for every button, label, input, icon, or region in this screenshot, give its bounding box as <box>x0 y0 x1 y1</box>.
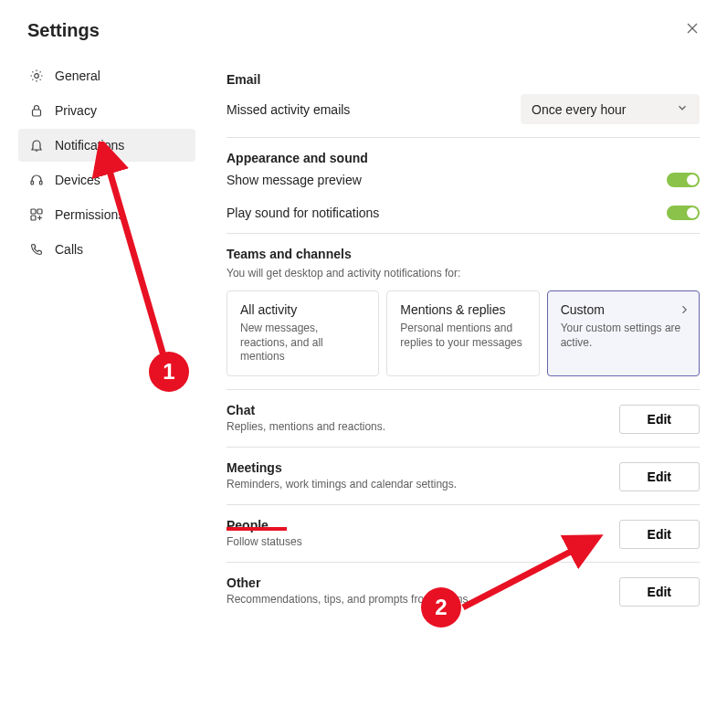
content: Email Missed activity emails Once every … <box>195 50 727 619</box>
apps-icon <box>27 206 46 224</box>
page-title: Settings <box>27 20 100 41</box>
card-sub: Personal mentions and replies to your me… <box>400 322 525 350</box>
section-email: Email Missed activity emails Once every … <box>227 59 700 138</box>
row-preview: Show message preview <box>227 173 700 187</box>
card-title: Custom <box>561 302 686 317</box>
section-title: Other <box>227 575 619 590</box>
section-other: Other Recommendations, tips, and prompts… <box>227 563 700 619</box>
section-chat: Chat Replies, mentions and reactions. Ed… <box>227 390 700 448</box>
card-all-activity[interactable]: All activity New messages, reactions, an… <box>227 290 379 376</box>
bell-icon <box>27 136 46 154</box>
chevron-down-icon <box>676 101 689 117</box>
section-people: People Follow statuses Edit <box>227 505 700 563</box>
section-title: Email <box>227 72 700 87</box>
close-icon[interactable] <box>685 21 700 40</box>
cards-row: All activity New messages, reactions, an… <box>227 290 700 376</box>
other-edit-button[interactable]: Edit <box>619 577 700 607</box>
select-value: Once every hour <box>532 102 627 117</box>
sidebar-item-label: Privacy <box>55 103 97 118</box>
chevron-right-icon <box>679 303 690 318</box>
sidebar-item-privacy[interactable]: Privacy <box>18 94 195 127</box>
section-appearance: Appearance and sound Show message previe… <box>227 138 700 234</box>
people-edit-button[interactable]: Edit <box>619 520 700 549</box>
sidebar-item-calls[interactable]: Calls <box>18 233 195 266</box>
headset-icon <box>27 171 46 189</box>
header: Settings <box>0 0 727 50</box>
svg-point-2 <box>35 74 39 79</box>
chat-edit-button[interactable]: Edit <box>619 405 700 434</box>
section-title: Teams and channels <box>227 247 700 261</box>
sidebar: General Privacy Notifications Devices Pe… <box>0 50 195 619</box>
section-title: Meetings <box>227 460 619 475</box>
gear-icon <box>27 67 46 85</box>
row-sound: Play sound for notifications <box>227 206 700 220</box>
section-title: Appearance and sound <box>227 151 700 165</box>
sidebar-item-label: Calls <box>55 242 83 257</box>
svg-rect-6 <box>31 209 36 214</box>
meetings-edit-button[interactable]: Edit <box>619 462 700 491</box>
row-label: Play sound for notifications <box>227 206 379 220</box>
sidebar-item-label: Devices <box>55 173 100 187</box>
section-subtitle: Reminders, work timings and calendar set… <box>227 478 619 491</box>
container: General Privacy Notifications Devices Pe… <box>0 50 727 619</box>
phone-icon <box>27 240 46 258</box>
card-sub: Your custom settings are active. <box>561 322 686 350</box>
row-label: Show message preview <box>227 173 362 187</box>
section-title: Chat <box>227 403 619 417</box>
sound-toggle[interactable] <box>667 206 700 220</box>
card-mentions[interactable]: Mentions & replies Personal mentions and… <box>386 290 539 376</box>
card-title: All activity <box>240 302 365 317</box>
svg-rect-8 <box>31 216 36 220</box>
card-title: Mentions & replies <box>400 302 525 317</box>
sidebar-item-label: General <box>55 69 100 83</box>
sidebar-item-label: Permissions <box>55 207 124 222</box>
section-subtitle: Follow statuses <box>227 535 619 548</box>
row-missed-emails: Missed activity emails Once every hour <box>227 94 700 124</box>
annotation-underline-meetings <box>227 527 287 531</box>
sidebar-item-devices[interactable]: Devices <box>18 164 195 196</box>
card-sub: New messages, reactions, and all mention… <box>240 322 365 364</box>
sidebar-item-permissions[interactable]: Permissions <box>18 198 195 231</box>
lock-icon <box>27 101 46 120</box>
section-subtitle: Recommendations, tips, and prompts from … <box>227 593 619 606</box>
sidebar-item-general[interactable]: General <box>18 59 195 92</box>
card-custom[interactable]: Custom Your custom settings are active. <box>547 290 700 376</box>
section-subtitle: You will get desktop and activity notifi… <box>227 267 700 280</box>
sidebar-item-notifications[interactable]: Notifications <box>18 129 195 162</box>
svg-rect-7 <box>37 209 42 214</box>
row-label: Missed activity emails <box>227 102 350 117</box>
section-teams: Teams and channels You will get desktop … <box>227 234 700 390</box>
preview-toggle[interactable] <box>667 173 700 187</box>
sidebar-item-label: Notifications <box>55 138 124 153</box>
section-subtitle: Replies, mentions and reactions. <box>227 420 619 433</box>
svg-rect-3 <box>33 110 41 116</box>
section-meetings: Meetings Reminders, work timings and cal… <box>227 448 700 505</box>
missed-emails-select[interactable]: Once every hour <box>521 94 700 124</box>
